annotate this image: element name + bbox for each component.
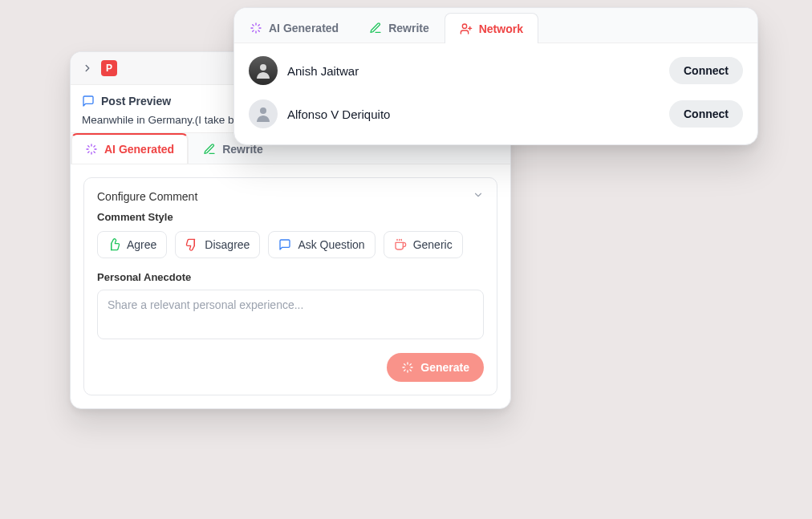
person-name: Anish Jaitwar	[287, 64, 359, 78]
thumbs-up-icon	[108, 238, 120, 251]
thumbs-down-icon	[185, 238, 198, 251]
sparkles-icon	[250, 22, 262, 34]
coffee-icon	[394, 238, 407, 251]
person-info: Anish Jaitwar	[249, 56, 359, 85]
network-overlay-card: AI Generated Rewrite Network Anish Jaitw…	[233, 7, 758, 145]
avatar	[249, 99, 278, 128]
pill-agree[interactable]: Agree	[97, 231, 167, 258]
pill-label: Generic	[413, 238, 453, 251]
message-icon	[82, 95, 95, 107]
svg-point-3	[462, 24, 466, 28]
tab-ai-generated[interactable]: AI Generated	[234, 13, 354, 43]
person-name: Alfonso V Deriquito	[287, 107, 390, 121]
generate-button[interactable]: Generate	[387, 353, 484, 382]
tab-ai-generated[interactable]: AI Generated	[71, 133, 189, 164]
user-plus-icon	[460, 22, 473, 35]
style-pills: Agree Disagree Ask Question Generic	[97, 231, 484, 258]
chevron-down-icon	[473, 189, 484, 203]
connect-button[interactable]: Connect	[669, 57, 743, 84]
pill-label: Agree	[127, 238, 156, 251]
app-logo: P	[101, 60, 117, 76]
post-preview-label: Post Preview	[101, 95, 171, 107]
svg-point-6	[260, 64, 266, 71]
pill-label: Ask Question	[298, 238, 364, 251]
generate-row: Generate	[97, 353, 484, 382]
configure-section: Configure Comment Comment Style Agree Di…	[71, 164, 510, 408]
generate-label: Generate	[420, 361, 469, 374]
pill-disagree[interactable]: Disagree	[175, 231, 260, 258]
configure-panel: Configure Comment Comment Style Agree Di…	[83, 177, 497, 395]
tab-label: Network	[479, 22, 523, 35]
chevron-right-icon[interactable]	[80, 61, 95, 75]
tab-rewrite[interactable]: Rewrite	[354, 13, 445, 43]
person-row: Anish Jaitwar Connect	[249, 56, 743, 85]
svg-point-7	[260, 107, 266, 114]
tab-label: AI Generated	[269, 22, 339, 34]
comment-style-label: Comment Style	[97, 211, 484, 223]
overlay-tabs: AI Generated Rewrite Network	[234, 8, 757, 43]
configure-title: Configure Comment	[97, 190, 197, 203]
pill-generic[interactable]: Generic	[384, 231, 463, 258]
pill-ask-question[interactable]: Ask Question	[268, 231, 375, 258]
sparkles-icon	[85, 143, 98, 156]
chat-icon	[278, 238, 291, 251]
person-row: Alfonso V Deriquito Connect	[249, 99, 743, 128]
edit-icon	[203, 143, 216, 156]
connect-button[interactable]: Connect	[669, 100, 743, 128]
network-list: Anish Jaitwar Connect Alfonso V Deriquit…	[234, 43, 757, 144]
anecdote-textarea[interactable]	[97, 290, 484, 339]
pill-label: Disagree	[205, 238, 250, 251]
tab-label: Rewrite	[388, 22, 429, 34]
avatar	[249, 56, 278, 85]
tab-network[interactable]: Network	[445, 13, 538, 43]
edit-icon	[369, 22, 382, 34]
tab-label: AI Generated	[104, 143, 174, 156]
person-info: Alfonso V Deriquito	[249, 99, 390, 128]
anecdote-label: Personal Anecdote	[97, 271, 484, 283]
sparkles-icon	[401, 361, 414, 374]
configure-header[interactable]: Configure Comment	[97, 189, 484, 203]
